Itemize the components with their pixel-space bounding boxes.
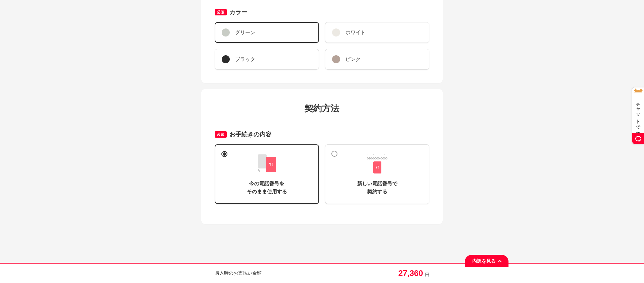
color-label-row: 必須 カラー	[215, 8, 429, 16]
footer-price: 27,360 円	[398, 269, 429, 278]
procedure-label: お手続きの内容	[229, 130, 272, 138]
chat-bubble-icon	[635, 136, 641, 141]
contract-option-keep-number[interactable]: Y! ↳ 今の電話番号を そのまま使用する	[215, 144, 319, 204]
chat-label: チャットで契約相談	[635, 98, 641, 133]
color-label: カラー	[229, 8, 248, 16]
color-name: ピンク	[345, 56, 361, 63]
swatch-icon	[332, 28, 340, 37]
procedure-label-row: 必須 お手続きの内容	[215, 130, 429, 138]
color-option-green[interactable]: グリーン	[215, 22, 319, 43]
chevron-up-icon	[498, 260, 501, 264]
footer-bar: 内訳を見る 購入時のお支払い金額 27,360 円	[0, 263, 644, 283]
contract-card: 契約方法 必須 お手続きの内容 Y! ↳ 今の電話番号を そのまま使用する	[201, 89, 443, 224]
required-badge: 必須	[215, 131, 227, 138]
contract-option-text: 新しい電話番号で 契約する	[332, 180, 422, 196]
sparkle-icon: · · · ·	[368, 153, 387, 156]
new-number-illustration: · · · · 090-0000-0000 Y!	[332, 151, 422, 175]
chat-tab[interactable]: チャットで契約相談	[632, 87, 644, 144]
main-column: 必須 カラー グリーン ホワイト ブラック ピンク 契約方法	[201, 0, 443, 224]
keep-number-illustration: Y! ↳	[222, 151, 312, 175]
breakdown-label: 内訳を見る	[472, 258, 496, 264]
swatch-icon	[332, 55, 340, 63]
contract-option-new-number[interactable]: · · · · 090-0000-0000 Y! 新しい電話番号で 契約する	[325, 144, 429, 204]
mascot-icon	[634, 90, 643, 96]
color-name: ホワイト	[345, 29, 366, 36]
contract-title: 契約方法	[215, 102, 429, 114]
required-badge: 必須	[215, 9, 227, 15]
price-amount: 27,360	[398, 269, 423, 278]
color-option-white[interactable]: ホワイト	[325, 22, 429, 43]
color-option-black[interactable]: ブラック	[215, 49, 319, 70]
phone-new-icon: Y!	[373, 161, 381, 173]
breakdown-button[interactable]: 内訳を見る	[465, 255, 508, 267]
swatch-icon	[222, 55, 230, 63]
phone-old-icon	[258, 154, 267, 168]
swatch-icon	[222, 28, 230, 37]
price-unit: 円	[425, 272, 429, 278]
color-name: ブラック	[235, 56, 255, 63]
color-card: 必須 カラー グリーン ホワイト ブラック ピンク	[201, 0, 443, 83]
sample-number: 090-0000-0000	[367, 157, 387, 160]
footer-inner: 購入時のお支払い金額 27,360 円	[215, 264, 429, 283]
footer-label: 購入時のお支払い金額	[215, 270, 262, 276]
transfer-arrow-icon: ↳	[258, 168, 261, 173]
color-name: グリーン	[235, 29, 255, 36]
chat-icon-wrap	[632, 133, 644, 144]
color-option-pink[interactable]: ピンク	[325, 49, 429, 70]
phone-new-icon: Y!	[266, 157, 276, 172]
contract-option-text: 今の電話番号を そのまま使用する	[222, 180, 312, 196]
color-grid: グリーン ホワイト ブラック ピンク	[215, 22, 429, 70]
contract-grid: Y! ↳ 今の電話番号を そのまま使用する · · · · 090-0000-0…	[215, 144, 429, 204]
